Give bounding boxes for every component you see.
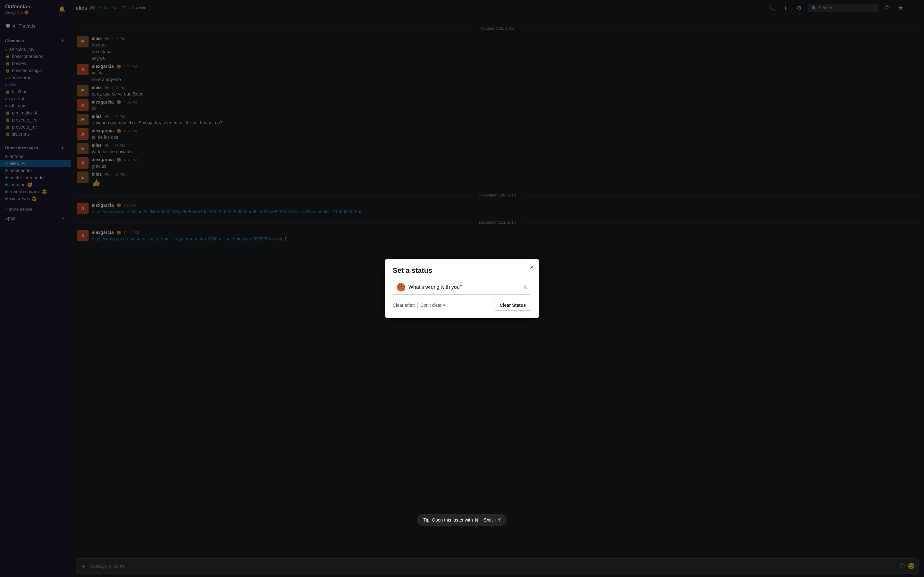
set-status-modal: Set a status × 🏀 ⊗ Clear after: Don't cl… — [385, 259, 539, 318]
status-text-input[interactable] — [409, 284, 520, 290]
modal-footer: Clear after: Don't clear ▾ Clear Status — [393, 300, 531, 311]
clear-after-row: Clear after: Don't clear ▾ — [393, 301, 448, 309]
keyboard-shortcut-tooltip: Tip: Open this faster with ⌘ + Shift + Y — [417, 514, 507, 526]
dropdown-chevron-icon: ▾ — [443, 303, 445, 308]
clear-status-button[interactable]: Clear Status — [494, 300, 531, 311]
status-input-row: 🏀 ⊗ — [393, 280, 531, 295]
clear-input-button[interactable]: ⊗ — [523, 284, 528, 290]
clear-after-select[interactable]: Don't clear ▾ — [417, 301, 448, 309]
modal-title: Set a status — [393, 266, 531, 275]
status-emoji-picker[interactable]: 🏀 — [396, 283, 406, 292]
modal-close-button[interactable]: × — [530, 264, 534, 271]
modal-overlay[interactable]: Set a status × 🏀 ⊗ Clear after: Don't cl… — [0, 0, 924, 577]
